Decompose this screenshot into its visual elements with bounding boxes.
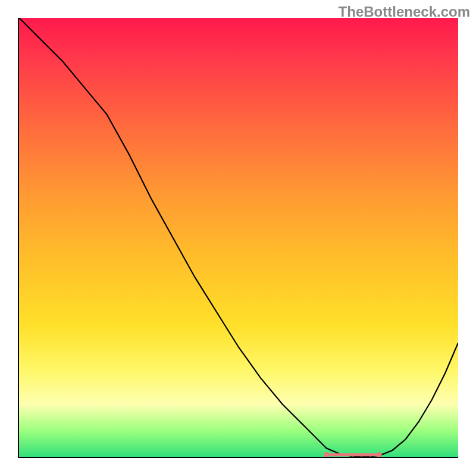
optimum-marker-dot (342, 453, 346, 456)
optimum-marker-dot (324, 452, 329, 457)
chart-svg (19, 18, 458, 457)
optimum-marker-dot (351, 453, 355, 456)
chart-container: TheBottleneck.com (0, 0, 476, 476)
bottleneck-curve-line (19, 18, 458, 457)
watermark-text: TheBottleneck.com (339, 4, 470, 20)
plot-area (18, 18, 458, 458)
optimum-marker-dot (333, 453, 337, 456)
optimum-markers (324, 452, 382, 457)
optimum-marker-dot (377, 452, 382, 457)
optimum-marker-dot (359, 453, 363, 456)
optimum-marker-dot (368, 453, 372, 456)
